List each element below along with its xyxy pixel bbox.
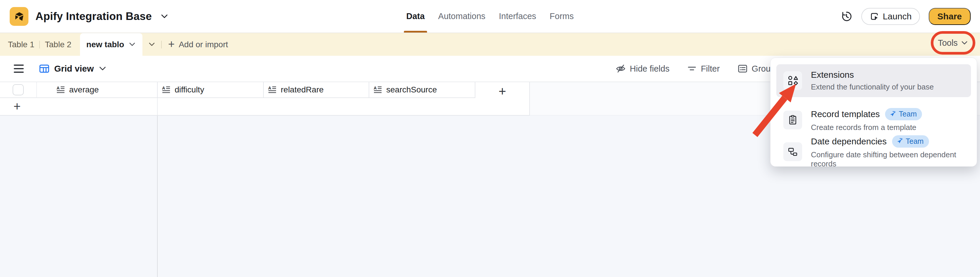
column-label: average — [69, 85, 99, 94]
filter-icon — [687, 64, 697, 74]
page-title: Apify Integration Base — [35, 10, 152, 22]
top-bar: Apify Integration Base Data Automations … — [0, 0, 980, 33]
column-header-relatedRare[interactable]: A relatedRare — [264, 82, 369, 98]
chevron-down-icon[interactable] — [160, 13, 169, 19]
text-field-icon: A — [268, 85, 277, 94]
add-or-import-button[interactable]: + Add or import — [162, 40, 234, 50]
table-tab-bar: Table 1 Table 2 new tablo + Add or impor… — [0, 33, 980, 56]
svg-text:A: A — [268, 86, 271, 90]
hamburger-icon[interactable] — [14, 64, 24, 73]
hide-fields-button[interactable]: Hide fields — [616, 63, 669, 74]
table-tab-active[interactable]: new tablo — [80, 33, 142, 56]
top-bar-actions: Launch Share — [840, 0, 970, 32]
plus-icon: + — [168, 38, 175, 50]
menu-item-extensions[interactable]: Extensions Extend the functionality of y… — [776, 64, 971, 97]
table-tab-2[interactable]: Table 2 — [40, 33, 76, 56]
filter-label: Filter — [701, 64, 719, 74]
text-field-icon: A — [373, 85, 382, 94]
app-nav: Data Automations Interfaces Forms — [406, 0, 574, 32]
menu-item-text: Record templates Team Create records fro… — [811, 108, 922, 132]
menu-item-title: Date dependencies — [811, 136, 887, 146]
tab-automations[interactable]: Automations — [438, 0, 485, 32]
menu-item-title: Extensions — [811, 70, 854, 80]
grid-header-row: A average A — [0, 82, 475, 98]
active-table-label: new tablo — [86, 40, 124, 49]
annotation-ring: Tools — [931, 31, 975, 54]
launch-button[interactable]: Launch — [861, 8, 920, 25]
history-icon[interactable] — [840, 10, 853, 22]
text-field-icon: A — [162, 85, 170, 94]
add-row[interactable]: + — [0, 98, 475, 115]
column-divider — [157, 98, 158, 115]
select-all-cell — [0, 82, 37, 98]
launch-label: Launch — [883, 11, 912, 21]
apify-logo-icon — [10, 7, 29, 26]
tab-forms[interactable]: Forms — [550, 0, 574, 32]
airtable-app: Apify Integration Base Data Automations … — [0, 0, 980, 277]
record-templates-icon — [783, 110, 802, 130]
hide-fields-label: Hide fields — [630, 64, 669, 74]
menu-item-title: Record templates — [811, 109, 880, 119]
view-actions: Hide fields Filter — [616, 56, 775, 82]
view-name: Grid view — [54, 64, 94, 74]
team-plan-badge: Team — [885, 108, 922, 120]
view-switcher[interactable]: Grid view — [39, 63, 107, 74]
menu-item-date-dependencies[interactable]: Date dependencies Team Configure date sh… — [776, 138, 971, 166]
table-tabs: Table 1 Table 2 new tablo + Add or impor… — [0, 33, 234, 56]
column-label: difficulty — [175, 85, 204, 94]
menu-item-description: Configure date shifting between dependen… — [811, 150, 964, 168]
extensions-icon — [783, 71, 802, 90]
team-badge-label: Team — [899, 110, 917, 118]
table-list-dropdown[interactable] — [144, 33, 159, 56]
share-label: Share — [937, 11, 962, 21]
select-all-checkbox[interactable] — [13, 84, 24, 95]
menu-item-description: Extend the functionality of your base — [811, 82, 934, 91]
tools-dropdown-menu: Extensions Extend the functionality of y… — [770, 58, 977, 167]
grid-view-icon — [39, 63, 49, 74]
column-header-difficulty[interactable]: A difficulty — [158, 82, 264, 98]
svg-text:A: A — [162, 86, 165, 90]
menu-item-text: Extensions Extend the functionality of y… — [811, 70, 934, 91]
tab-interfaces[interactable]: Interfaces — [499, 0, 536, 32]
svg-text:A: A — [374, 86, 377, 90]
add-column-button[interactable]: + — [498, 84, 506, 115]
chevron-down-icon — [99, 66, 107, 71]
menu-item-text: Date dependencies Team Configure date sh… — [811, 135, 964, 168]
add-row-button[interactable]: + — [13, 99, 21, 114]
frozen-column-divider — [157, 115, 158, 277]
svg-text:A: A — [57, 86, 60, 90]
add-or-import-label: Add or import — [179, 40, 228, 49]
team-badge-icon — [889, 110, 896, 118]
menu-item-record-templates[interactable]: Record templates Team Create records fro… — [776, 106, 971, 134]
tools-button[interactable]: Tools — [938, 38, 958, 48]
column-label: relatedRare — [281, 85, 323, 94]
group-button[interactable]: Group — [737, 63, 775, 74]
column-header-searchSource[interactable]: A searchSource — [369, 82, 475, 98]
add-column-cell[interactable]: + — [475, 82, 530, 115]
team-plan-badge: Team — [892, 135, 929, 147]
share-button[interactable]: Share — [929, 8, 970, 25]
filter-button[interactable]: Filter — [687, 64, 719, 74]
group-icon — [737, 63, 748, 74]
table-tab-1[interactable]: Table 1 — [3, 33, 39, 56]
chevron-down-icon — [961, 40, 968, 45]
base-switcher[interactable]: Apify Integration Base — [0, 7, 169, 26]
date-dependencies-icon — [783, 143, 802, 161]
column-label: searchSource — [386, 85, 437, 94]
menu-item-description: Create records from a template — [811, 123, 922, 132]
text-field-icon: A — [56, 85, 65, 94]
launch-icon — [870, 12, 879, 21]
column-header-average[interactable]: A average — [37, 82, 158, 98]
team-badge-icon — [896, 138, 903, 145]
team-badge-label: Team — [906, 137, 924, 146]
hide-fields-icon — [616, 63, 626, 74]
chevron-down-icon[interactable] — [128, 42, 136, 47]
tab-data[interactable]: Data — [406, 0, 425, 32]
